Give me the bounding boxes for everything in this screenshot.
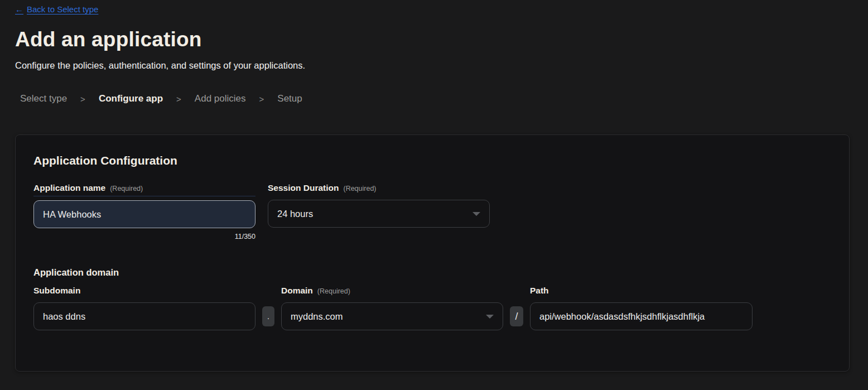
- session-duration-field-group: Session Duration (Required) 24 hours: [268, 183, 490, 240]
- session-duration-value: 24 hours: [277, 209, 313, 219]
- breadcrumb-steps: Select type > Configure app > Add polici…: [20, 93, 853, 104]
- subdomain-field-group: Subdomain: [33, 286, 255, 330]
- domain-label-row: Domain (Required): [281, 286, 503, 298]
- application-configuration-card: Application Configuration Application na…: [15, 134, 850, 372]
- application-name-label-row: Application name (Required): [33, 183, 255, 196]
- step-separator-icon: >: [80, 94, 85, 104]
- application-name-input[interactable]: [33, 200, 255, 228]
- step-separator-icon: >: [259, 94, 264, 104]
- application-name-char-counter: 11/350: [33, 233, 255, 240]
- domain-field-group: Domain (Required) myddns.com: [281, 286, 503, 330]
- back-to-select-type-link[interactable]: ← Back to Select type: [15, 4, 98, 14]
- session-duration-select[interactable]: 24 hours: [268, 200, 490, 228]
- chevron-down-icon: [486, 315, 494, 319]
- page-subtitle: Configure the policies, authentication, …: [15, 60, 853, 71]
- domain-required-hint: (Required): [317, 287, 350, 295]
- application-name-field-group: Application name (Required) 11/350: [33, 183, 255, 240]
- domain-select[interactable]: myddns.com: [281, 302, 503, 330]
- path-input[interactable]: [530, 302, 753, 330]
- domain-row: Subdomain . Domain (Required) myddns.com…: [33, 286, 831, 330]
- name-duration-row: Application name (Required) 11/350 Sessi…: [33, 183, 831, 240]
- domain-label: Domain: [281, 286, 313, 296]
- application-domain-section-title: Application domain: [33, 267, 831, 278]
- path-label-row: Path: [530, 286, 753, 298]
- dot-separator: .: [262, 306, 274, 326]
- slash-separator: /: [510, 306, 523, 326]
- application-name-required-hint: (Required): [110, 185, 143, 192]
- step-configure-app[interactable]: Configure app: [99, 93, 163, 104]
- subdomain-input[interactable]: [33, 302, 255, 330]
- session-duration-label-row: Session Duration (Required): [268, 183, 490, 196]
- chevron-down-icon: [472, 212, 480, 216]
- application-name-label: Application name: [33, 183, 105, 193]
- subdomain-label: Subdomain: [33, 286, 80, 296]
- session-duration-label: Session Duration: [268, 183, 339, 193]
- step-add-policies[interactable]: Add policies: [195, 93, 246, 104]
- path-label: Path: [530, 286, 549, 296]
- page: ← Back to Select type Add an application…: [0, 0, 868, 372]
- back-arrow-icon: ←: [15, 4, 23, 14]
- step-select-type[interactable]: Select type: [20, 93, 67, 104]
- domain-value: myddns.com: [291, 311, 343, 322]
- step-separator-icon: >: [176, 94, 181, 104]
- step-setup[interactable]: Setup: [277, 93, 302, 104]
- back-link-label: Back to Select type: [27, 4, 98, 14]
- subdomain-label-row: Subdomain: [33, 286, 255, 298]
- path-field-group: Path: [530, 286, 753, 330]
- session-duration-required-hint: (Required): [343, 185, 376, 192]
- page-title: Add an application: [15, 28, 853, 51]
- card-title: Application Configuration: [33, 154, 831, 167]
